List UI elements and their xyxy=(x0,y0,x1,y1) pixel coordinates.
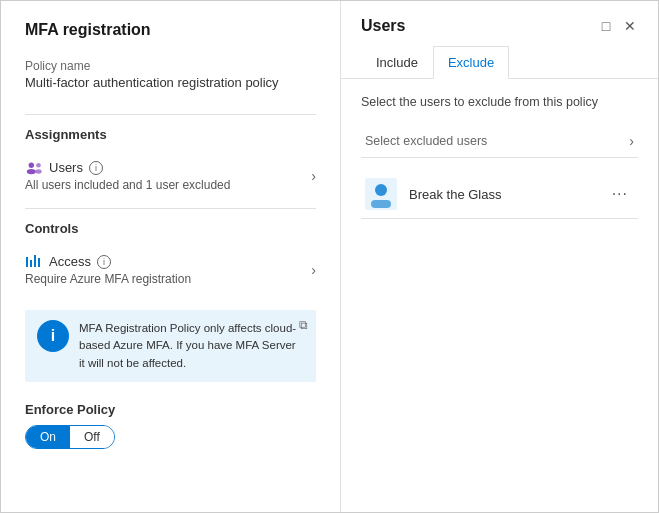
svg-rect-7 xyxy=(38,258,40,267)
right-title: Users xyxy=(361,17,405,35)
tab-include-label: Include xyxy=(376,55,418,70)
policy-name-value: Multi-factor authentication registration… xyxy=(25,75,316,90)
left-panel: MFA registration Policy name Multi-facto… xyxy=(1,1,341,512)
tabs-container: Include Exclude xyxy=(341,35,658,79)
right-panel: Users □ ✕ Include Exclude Select the use… xyxy=(341,1,658,512)
access-title-row: Access i xyxy=(25,254,191,269)
users-info-icon[interactable]: i xyxy=(89,161,103,175)
enforce-toggle-container: On Off xyxy=(25,425,316,449)
select-users-chevron-icon: › xyxy=(629,133,634,149)
svg-rect-5 xyxy=(30,260,32,267)
users-assignment-content: Users i All users included and 1 user ex… xyxy=(25,160,230,192)
policy-name-label: Policy name xyxy=(25,59,316,73)
access-label: Access xyxy=(49,254,91,269)
svg-point-1 xyxy=(27,168,36,173)
select-users-row[interactable]: Select excluded users › xyxy=(361,125,638,158)
svg-point-3 xyxy=(35,169,41,174)
users-assignment-row[interactable]: Users i All users included and 1 user ex… xyxy=(25,152,316,200)
enforce-label: Enforce Policy xyxy=(25,402,316,417)
page-title: MFA registration xyxy=(25,21,316,39)
access-assignment-row[interactable]: Access i Require Azure MFA registration … xyxy=(25,246,316,294)
tab-exclude-label: Exclude xyxy=(448,55,494,70)
access-sub: Require Azure MFA registration xyxy=(25,272,191,286)
svg-point-2 xyxy=(36,163,41,168)
exclude-description: Select the users to exclude from this po… xyxy=(361,95,638,109)
window-controls: □ ✕ xyxy=(598,18,638,34)
tab-include[interactable]: Include xyxy=(361,46,433,79)
info-box: i MFA Registration Policy only affects c… xyxy=(25,310,316,382)
users-icon xyxy=(25,161,43,175)
minimize-button[interactable]: □ xyxy=(598,18,614,34)
tab-exclude[interactable]: Exclude xyxy=(433,46,509,79)
right-content: Select the users to exclude from this po… xyxy=(341,79,658,512)
users-chevron-icon: › xyxy=(311,168,316,184)
access-info-icon[interactable]: i xyxy=(97,255,111,269)
app-window: MFA registration Policy name Multi-facto… xyxy=(0,0,659,513)
assignments-label: Assignments xyxy=(25,127,316,142)
enforce-toggle[interactable]: On Off xyxy=(25,425,115,449)
access-icon xyxy=(25,255,43,269)
svg-rect-10 xyxy=(371,200,391,208)
access-chevron-icon: › xyxy=(311,262,316,278)
users-sub: All users included and 1 user excluded xyxy=(25,178,230,192)
svg-point-0 xyxy=(29,162,34,167)
divider-2 xyxy=(25,208,316,209)
toggle-on-option[interactable]: On xyxy=(26,426,70,448)
svg-rect-4 xyxy=(26,257,28,267)
right-header: Users □ ✕ xyxy=(341,1,658,35)
toggle-off-option[interactable]: Off xyxy=(70,426,114,448)
access-assignment-content: Access i Require Azure MFA registration xyxy=(25,254,191,286)
users-label: Users xyxy=(49,160,83,175)
user-row: Break the Glass ··· xyxy=(361,170,638,219)
user-name: Break the Glass xyxy=(409,187,594,202)
user-avatar xyxy=(365,178,397,210)
external-link-icon[interactable]: ⧉ xyxy=(299,318,308,332)
controls-label: Controls xyxy=(25,221,316,236)
svg-rect-6 xyxy=(34,255,36,267)
enforce-section: Enforce Policy On Off xyxy=(25,402,316,449)
close-button[interactable]: ✕ xyxy=(622,18,638,34)
select-users-label: Select excluded users xyxy=(365,134,487,148)
users-title-row: Users i xyxy=(25,160,230,175)
divider-1 xyxy=(25,114,316,115)
user-options-button[interactable]: ··· xyxy=(606,183,634,205)
svg-point-9 xyxy=(375,184,387,196)
info-box-icon: i xyxy=(37,320,69,352)
info-box-text: MFA Registration Policy only affects clo… xyxy=(79,320,304,372)
